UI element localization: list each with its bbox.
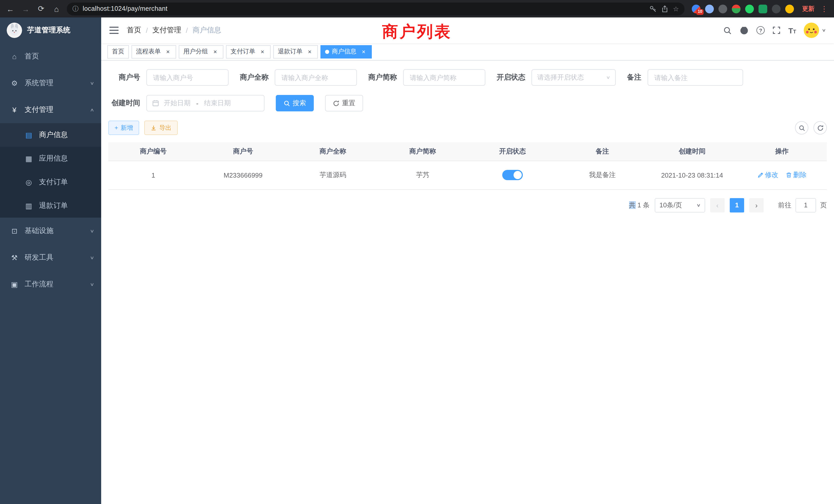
delete-link[interactable]: 删除 <box>786 170 807 180</box>
sidebar-item-home[interactable]: ⌂ 首页 <box>0 43 101 70</box>
total-count: 共 1 条 <box>629 201 650 210</box>
breadcrumb-payment[interactable]: 支付管理 <box>153 26 181 35</box>
sidebar-item-refund-orders[interactable]: ▥ 退款订单 <box>0 194 101 217</box>
page-number-1[interactable]: 1 <box>730 198 744 212</box>
remark-input[interactable] <box>648 69 743 86</box>
prev-page-button[interactable]: ‹ <box>710 198 725 212</box>
browser-toolbar: ← → ⟳ ⌂ ⓘ localhost:1024/pay/merchant ☆ … <box>0 0 834 18</box>
sidebar-item-system[interactable]: ⚙ 系统管理 ∨ <box>0 70 101 96</box>
page-size-select[interactable]: 10条/页 ∨ <box>655 198 705 212</box>
tab-home[interactable]: 首页 <box>107 45 129 58</box>
create-time-range-picker[interactable]: 开始日期 - 结束日期 <box>146 95 264 111</box>
chevron-down-icon: ∨ <box>822 28 826 32</box>
date-start-placeholder: 开始日期 <box>164 98 191 108</box>
bookmark-star-icon[interactable]: ☆ <box>673 5 679 13</box>
font-size-small-glyph: T <box>793 28 796 34</box>
close-icon[interactable]: × <box>360 48 367 55</box>
goto-unit: 页 <box>820 201 827 210</box>
extension-icon[interactable] <box>745 4 754 13</box>
goto-page-input[interactable] <box>795 198 816 212</box>
close-icon[interactable]: × <box>212 48 219 55</box>
tab-process-form[interactable]: 流程表单 × <box>131 45 176 58</box>
fullscreen-icon[interactable] <box>772 26 781 35</box>
main-area: 商户列表 首页 / 支付管理 / 商户信息 <box>101 18 834 504</box>
extension-icon[interactable]: 10 <box>692 4 701 13</box>
tools-icon: ⚒ <box>10 254 19 262</box>
sidebar-item-app-info[interactable]: ▦ 应用信息 <box>0 147 101 170</box>
sidebar-item-merchant-info[interactable]: ▤ 商户信息 <box>0 123 101 147</box>
top-navbar: 首页 / 支付管理 / 商户信息 ? <box>101 18 834 43</box>
status-toggle[interactable] <box>502 170 523 180</box>
tab-label: 支付订单 <box>231 47 255 56</box>
user-menu[interactable]: ∨ <box>804 23 826 38</box>
full-name-input[interactable] <box>275 69 357 86</box>
field-label: 开启状态 <box>497 73 525 82</box>
toolbar-right <box>795 121 827 135</box>
search-icon[interactable] <box>723 26 732 35</box>
close-icon[interactable]: × <box>259 48 266 55</box>
edit-link[interactable]: 修改 <box>757 170 778 180</box>
browser-menu-icon[interactable]: ⋮ <box>821 5 828 13</box>
tab-label: 商户信息 <box>332 47 356 56</box>
extension-icon[interactable] <box>719 4 727 13</box>
app-logo[interactable]: 芋道管理系统 <box>0 18 101 43</box>
sidebar-item-workflow[interactable]: ▣ 工作流程 ∨ <box>0 271 101 298</box>
sidebar-toggle-icon[interactable] <box>109 27 118 34</box>
breadcrumb-home[interactable]: 首页 <box>127 26 141 35</box>
close-icon[interactable]: × <box>164 48 172 55</box>
status-select[interactable]: 请选择开启状态 ∨ <box>531 69 616 86</box>
site-info-icon[interactable]: ⓘ <box>72 4 79 13</box>
field-full-name: 商户全称 <box>240 69 357 86</box>
github-icon[interactable] <box>740 26 749 35</box>
total-prefix: 共 <box>629 201 636 209</box>
sidebar-item-label: 退款订单 <box>39 201 68 210</box>
col-remark: 备注 <box>557 142 647 161</box>
gear-icon: ⚙ <box>10 79 19 87</box>
tab-user-group[interactable]: 用户分组 × <box>179 45 223 58</box>
extensions-area: 10 <box>690 4 796 13</box>
sidebar-item-label: 研发工具 <box>25 253 53 262</box>
tab-merchant-info[interactable]: 商户信息 × <box>321 45 372 58</box>
tab-refund-orders[interactable]: 退款订单 × <box>273 45 318 58</box>
address-bar[interactable]: ⓘ localhost:1024/pay/merchant ☆ <box>67 2 684 15</box>
add-button[interactable]: + 新增 <box>108 121 139 135</box>
field-short-name: 商户简称 <box>368 69 485 86</box>
share-icon[interactable] <box>661 5 669 13</box>
font-size-icon[interactable]: TT <box>788 26 796 35</box>
sidebar-item-payment[interactable]: ¥ 支付管理 ∧ <box>0 96 101 123</box>
chevron-down-icon: ∨ <box>90 81 95 86</box>
search-button[interactable]: 搜索 <box>276 95 314 111</box>
toggle-search-icon[interactable] <box>795 121 808 135</box>
sidebar-item-payment-orders[interactable]: ◎ 支付订单 <box>0 170 101 194</box>
forward-icon[interactable]: → <box>21 4 31 13</box>
extension-icon[interactable] <box>759 4 767 13</box>
reload-icon[interactable]: ⟳ <box>36 4 46 13</box>
sidebar-menu: ⌂ 首页 ⚙ 系统管理 ∨ ¥ 支付管理 ∧ ▤ 商户信息 <box>0 43 101 298</box>
tab-payment-orders[interactable]: 支付订单 × <box>226 45 271 58</box>
col-merchant-no: 商户号 <box>198 142 288 161</box>
back-icon[interactable]: ← <box>5 4 16 13</box>
merchant-no-input[interactable] <box>146 69 228 86</box>
short-name-input[interactable] <box>403 69 485 86</box>
home-icon[interactable]: ⌂ <box>51 4 62 13</box>
profile-avatar-icon[interactable] <box>785 4 794 13</box>
refresh-icon[interactable] <box>813 121 827 135</box>
reset-button[interactable]: 重置 <box>325 95 363 111</box>
logo-avatar <box>7 23 22 38</box>
help-icon[interactable]: ? <box>756 26 765 35</box>
sidebar-item-infrastructure[interactable]: ⊡ 基础设施 ∨ <box>0 217 101 244</box>
sidebar-item-dev-tools[interactable]: ⚒ 研发工具 ∨ <box>0 244 101 271</box>
extension-icon[interactable] <box>705 4 714 13</box>
browser-update-button[interactable]: 更新 <box>802 4 814 13</box>
col-short-name: 商户简称 <box>378 142 467 161</box>
password-key-icon[interactable] <box>650 5 657 13</box>
extension-icon[interactable] <box>732 4 741 13</box>
sidebar-item-label: 工作流程 <box>25 280 53 289</box>
next-page-button[interactable]: › <box>749 198 764 212</box>
grid-icon: ▦ <box>25 155 33 163</box>
extension-badge: 10 <box>696 9 704 15</box>
cell-remark: 我是备注 <box>557 161 647 189</box>
close-icon[interactable]: × <box>306 48 313 55</box>
extension-icon[interactable] <box>772 4 781 13</box>
export-button[interactable]: 导出 <box>144 121 178 135</box>
